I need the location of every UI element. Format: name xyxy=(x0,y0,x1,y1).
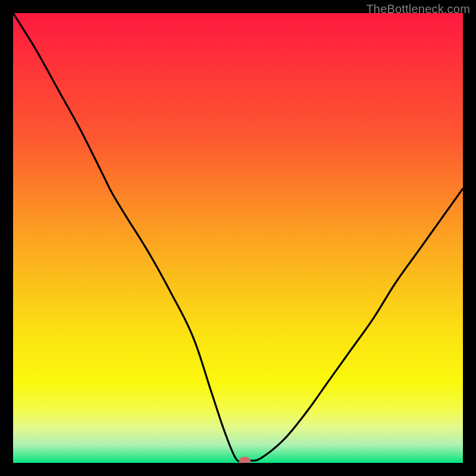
chart-background xyxy=(13,13,463,463)
outer-frame: TheBottleneck.com xyxy=(0,0,476,476)
chart-svg xyxy=(13,13,463,463)
chart-container xyxy=(13,13,463,463)
